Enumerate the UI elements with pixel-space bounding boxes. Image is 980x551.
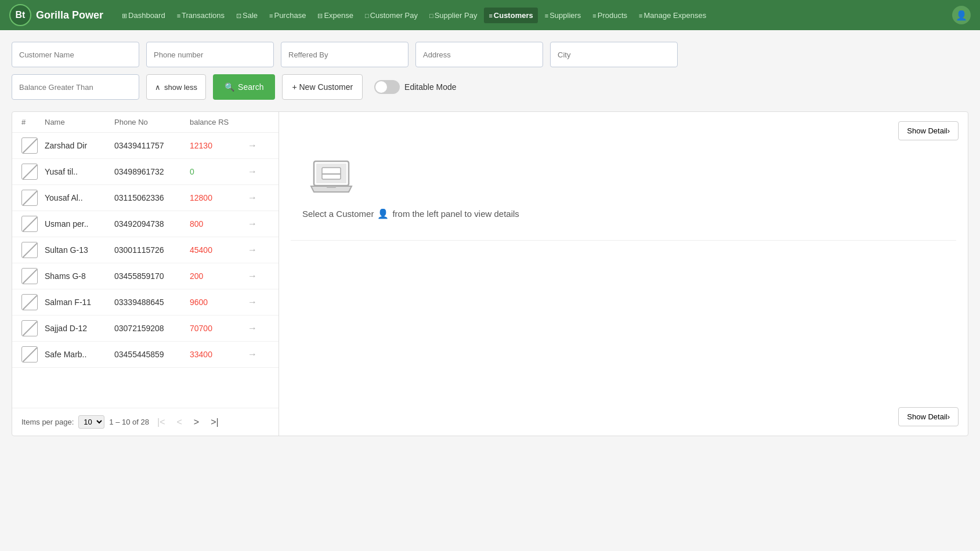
row-balance: 200: [190, 271, 248, 281]
row-arrow: →: [248, 349, 271, 360]
nav-item-manage-expenses[interactable]: ≡Manage Expenses: [634, 8, 711, 23]
items-per-page-select[interactable]: 10 25 50: [78, 415, 104, 429]
referred-by-input[interactable]: [281, 42, 408, 67]
navbar: Bt Gorilla Power ⊞Dashboard ≡Transaction…: [0, 0, 980, 30]
user-account-icon[interactable]: 👤: [952, 6, 971, 24]
brand: Bt Gorilla Power: [9, 4, 103, 26]
row-phone: 03492094738: [114, 219, 190, 229]
select-suffix: from the left panel to view details: [392, 209, 519, 219]
no-photo-icon: [21, 268, 38, 284]
nav-item-suppliers[interactable]: ≡Suppliers: [540, 8, 586, 23]
pagination: Items per page: 10 25 50 1 – 10 of 28 |<…: [12, 408, 279, 436]
nav-item-customers[interactable]: ≡Customers: [484, 8, 537, 23]
table-row[interactable]: Usman per.. 03492094738 800 →: [12, 211, 279, 237]
nav-item-expense[interactable]: ⊟Expense: [313, 8, 358, 23]
row-balance: 45400: [190, 245, 248, 255]
show-detail-bottom-label: Show Detail›: [907, 412, 950, 421]
search-button[interactable]: 🔍 Search: [213, 74, 275, 100]
nav-item-products[interactable]: ≡Products: [588, 8, 632, 23]
content-area: # Name Phone No balance RS Zarshad Dir 0…: [12, 111, 968, 436]
show-less-button[interactable]: ∧ show less: [146, 74, 206, 100]
row-arrow: →: [248, 193, 271, 203]
table-row[interactable]: Shams G-8 03455859170 200 →: [12, 263, 279, 289]
row-phone: 03115062336: [114, 193, 190, 202]
show-detail-bottom-button[interactable]: Show Detail›: [898, 407, 959, 426]
search-icon: 🔍: [225, 82, 234, 92]
table-row[interactable]: Yousaf Al.. 03115062336 12800 →: [12, 185, 279, 211]
col-hash: #: [21, 118, 45, 126]
row-name: Usman per..: [45, 219, 114, 229]
divider: [291, 240, 956, 241]
table-row[interactable]: Yusaf til.. 03498961732 0 →: [12, 159, 279, 185]
show-less-label: show less: [164, 83, 197, 92]
no-photo-icon: [21, 164, 38, 180]
nav-item-transactions[interactable]: ≡Transactions: [172, 8, 229, 23]
row-name: Yousaf Al..: [45, 193, 114, 202]
customer-name-input[interactable]: [12, 42, 139, 67]
balance-input[interactable]: [12, 74, 139, 100]
table-row[interactable]: Salman F-11 03339488645 9600 →: [12, 289, 279, 316]
prev-page-button[interactable]: <: [173, 416, 186, 429]
phone-input[interactable]: [146, 42, 274, 67]
address-input[interactable]: [415, 42, 543, 67]
table-row[interactable]: Safe Marb.. 03455445859 33400 →: [12, 342, 279, 368]
no-photo-icon: [21, 294, 38, 310]
nav-item-dashboard[interactable]: ⊞Dashboard: [117, 8, 170, 23]
user-person-icon: 👤: [377, 208, 389, 219]
no-photo-icon: [21, 137, 38, 154]
nav-item-sale[interactable]: ⊡Sale: [232, 8, 262, 23]
row-phone: 03455445859: [114, 350, 190, 359]
show-detail-top-label: Show Detail›: [907, 126, 950, 135]
nav-item-supplier-pay[interactable]: □Supplier Pay: [425, 8, 482, 23]
row-arrow: →: [248, 323, 271, 334]
editable-mode-label: Editable Mode: [404, 82, 457, 92]
row-name: Zarshad Dir: [45, 141, 114, 150]
nav-item-customer-pay[interactable]: □Customer Pay: [360, 8, 422, 23]
new-customer-button[interactable]: + New Customer: [282, 74, 363, 100]
row-phone: 03001115726: [114, 245, 190, 255]
city-input[interactable]: [550, 42, 678, 67]
right-panel: Show Detail› Sele: [279, 112, 968, 436]
next-page-button[interactable]: >: [190, 416, 202, 429]
svg-rect-4: [327, 186, 336, 188]
row-balance: 33400: [190, 350, 248, 359]
nav-item-purchase[interactable]: ≡Purchase: [265, 8, 310, 23]
row-name: Salman F-11: [45, 298, 114, 307]
table-row[interactable]: Zarshad Dir 03439411757 12130 →: [12, 133, 279, 159]
row-balance: 12130: [190, 141, 248, 150]
last-page-button[interactable]: >|: [207, 416, 222, 429]
page-range: 1 – 10 of 28: [109, 418, 149, 426]
first-page-button[interactable]: |<: [154, 416, 169, 429]
select-customer-text: Select a Customer 👤 from the left panel …: [302, 208, 519, 219]
row-balance: 9600: [190, 298, 248, 307]
left-panel: # Name Phone No balance RS Zarshad Dir 0…: [12, 112, 279, 436]
row-phone: 03072159208: [114, 324, 190, 333]
row-balance: 0: [190, 167, 248, 176]
empty-state: Select a Customer 👤 from the left panel …: [291, 124, 956, 231]
editable-mode-toggle[interactable]: [374, 80, 400, 94]
nav-items: ⊞Dashboard ≡Transactions ⊡Sale ≡Purchase…: [117, 8, 952, 23]
no-photo-icon: [21, 190, 38, 206]
no-photo-icon: [21, 242, 38, 258]
row-arrow: →: [248, 297, 271, 307]
laptop-icon: [308, 158, 355, 199]
table-row[interactable]: Sajjad D-12 03072159208 70700 →: [12, 316, 279, 342]
row-balance: 70700: [190, 324, 248, 333]
filter-row-1: [12, 42, 968, 67]
new-customer-label: + New Customer: [292, 82, 353, 92]
table-row[interactable]: Sultan G-13 03001115726 45400 →: [12, 237, 279, 263]
show-detail-top-button[interactable]: Show Detail›: [898, 121, 959, 140]
editable-mode-control: Editable Mode: [374, 80, 457, 94]
row-name: Yusaf til..: [45, 167, 114, 176]
row-name: Sultan G-13: [45, 245, 114, 255]
row-phone: 03455859170: [114, 271, 190, 281]
toggle-knob: [375, 81, 387, 93]
brand-logo: Bt: [9, 4, 31, 26]
table-header: # Name Phone No balance RS: [12, 112, 279, 133]
col-name: Name: [45, 118, 114, 126]
chevron-up-icon: ∧: [155, 83, 161, 92]
row-balance: 12800: [190, 193, 248, 202]
col-arrow: [248, 118, 271, 126]
filter-row-2: ∧ show less 🔍 Search + New Customer Edit…: [12, 74, 968, 100]
row-name: Shams G-8: [45, 271, 114, 281]
